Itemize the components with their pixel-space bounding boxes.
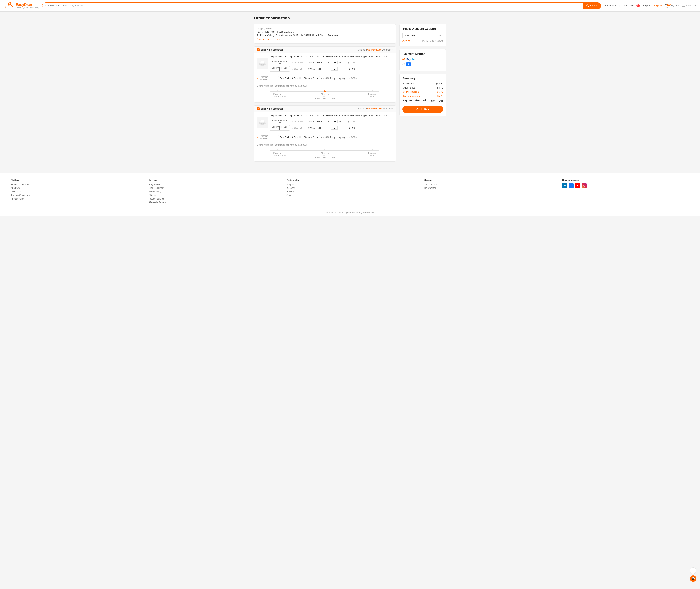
shipping-method-select-2[interactable]: EasyPack UK Electrified Standard A1 ▾ [278,135,320,140]
footer-link-integrations[interactable]: Integrations [149,183,276,186]
dispatch-dot-1 [324,90,326,92]
cart-badge: 99 [667,4,671,6]
footer-link-order-fulfilment[interactable]: Order Fulfilment [149,187,276,189]
svg-point-5 [666,7,666,7]
footer-link-emysale[interactable]: EmySale [286,190,414,193]
coupon-selector[interactable]: 10% OFF ▾ [402,33,443,38]
svg-line-1 [11,6,13,7]
timeline-payment-1: Payment Lead time 1~3 days [257,90,298,97]
supplier-icon-1: S [257,48,260,51]
notification-area[interactable]: 07 [637,4,640,7]
language-selector[interactable]: EN/USD ▾ [623,4,634,7]
our-service-link[interactable]: Our Service [604,4,616,7]
variant-row-2-1: Color: White, Size: L In Stock: 28 $7.55… [270,125,393,131]
qty-minus-2-0[interactable]: − [327,120,330,123]
qty-plus-2-1[interactable]: + [338,126,342,130]
variant-row-1-0: Color: Red, Size: M In Stock: 199 $27.55… [270,60,393,65]
search-button[interactable]: Search [583,2,601,9]
cart-area[interactable]: 99 My Cart [665,4,679,8]
svg-rect-8 [682,6,685,6]
linkedin-icon[interactable]: in [562,183,567,188]
footer-link-247-support[interactable]: 24/7 Support [424,183,551,186]
qty-minus-1-1[interactable]: − [327,67,330,71]
qty-control-1-0: − + [327,61,342,64]
discount-label: Discount coupon [402,94,420,97]
facebook-icon[interactable]: f [569,183,574,188]
delivery-label-2: Delivery timeline: Estimated delivery by… [257,144,393,146]
shipping-method-row-1: ★ Shipping methods: EasyPack UK Electrif… [254,74,396,83]
sign-up-link[interactable]: Sign up [643,4,651,7]
content-layout: Shipping address Lisa, (+1)1212121, lisa… [254,24,446,162]
received-dot-1 [372,90,373,92]
footer-link-product-categories[interactable]: Product Categories [11,183,138,186]
shipping-address-card: Shipping address Lisa, (+1)1212121, lisa… [254,24,396,43]
qty-plus-1-0[interactable]: + [338,61,342,64]
variant-tag-1-1: Color: White, Size: L [270,66,290,71]
coupon-title: Select Discount Coupon [402,27,443,30]
footer-link-warehousing[interactable]: Warehousing [149,190,276,193]
footer-link-after-sale[interactable]: After-sale Service [149,201,276,204]
instagram-icon[interactable]: ◎ [581,183,587,188]
paypal-text-2: Pal [412,58,415,61]
qty-minus-2-1[interactable]: − [327,126,330,130]
qty-input-2-1[interactable] [331,126,337,130]
paypal-radio [402,58,405,60]
svg-point-19 [263,123,264,124]
svg-point-2 [9,3,11,5]
list-icon [682,4,685,7]
alipay-option[interactable]: 支 [402,62,443,66]
footer-service-title: Service [149,179,276,181]
shipping-label: Shipping address [257,27,393,30]
go-to-pay-button[interactable]: Go to Pay [402,106,443,113]
delivery-row-2: Delivery timeline: Estimated delivery by… [254,142,396,150]
import-list-link[interactable]: Import List [682,4,696,7]
search-input[interactable] [42,4,583,7]
svg-point-13 [261,64,262,65]
product-fee-label: Product fee [402,82,414,85]
footer-link-help-center[interactable]: Help Center [424,187,551,189]
footer-link-xshoppy[interactable]: XShoppy [286,187,414,189]
add-address-link[interactable]: Add an address [267,38,282,40]
paypal-option[interactable]: PayPal [402,58,443,61]
footer-link-about-us[interactable]: About Us [11,187,138,189]
page-title: Order confirmation [254,16,446,20]
summary-rows: Product fee $54.00 Shipping fee $5.70 SV… [402,82,443,104]
stock-1-0: In Stock: 199 [292,61,306,63]
coupon-info-row: -$20.00 Expire to: 2021-09-21 [402,40,443,43]
qty-input-1-0[interactable] [331,61,337,64]
qty-plus-1-1[interactable]: + [338,67,342,71]
footer-link-terms[interactable]: Terms & Conditions [11,194,138,196]
qty-minus-1-0[interactable]: − [327,61,330,64]
qty-input-2-0[interactable] [331,120,337,123]
footer-link-shipping[interactable]: Shipping [149,194,276,196]
qty-plus-2-0[interactable]: + [338,120,342,123]
qty-input-1-1[interactable] [331,67,337,70]
sign-in-link[interactable]: Sign in [654,4,662,7]
youtube-icon[interactable]: ▶ [575,183,580,188]
product-title-2: Original XGIMI H2 Projector Home Theater… [270,114,393,117]
chevron-down-icon-shipping-1: ▾ [317,77,318,79]
shipping-fee-row: Shipping fee $5.70 [402,86,443,89]
svip-value: -$5.70 [436,90,443,93]
timeline-dispatch-2: Dispatch CN Shipping time 5~7 days [304,150,345,159]
product-row-2: Original XGIMI H2 Projector Home Theater… [254,112,396,133]
lead-time-1: Lead time 1~3 days [269,95,286,97]
lead-time-2: Lead time 1~3 days [269,154,286,156]
change-address-link[interactable]: Change [257,38,265,40]
shipping-cost-1: About 5~7 days, shipping cost: $7.55 [321,77,357,79]
footer-link-contact-us[interactable]: Contact Us [11,190,138,193]
footer-link-shopify[interactable]: Shopify [286,183,414,186]
variant-tag-2-1: Color: White, Size: L [270,125,290,131]
order-block-2: S Supply by EasyDser Ship from US wareho… [254,106,396,162]
footer-link-supplier[interactable]: Supplier [286,194,414,196]
variant-tag-1-0: Color: Red, Size: M [270,60,290,65]
shipping-time-2: Shipping time 5~7 days [314,156,335,159]
logo: à EasyDser Easy Sell, Easy Dropshipping [4,2,39,10]
received-dot-2 [372,150,373,151]
footer-link-product-service[interactable]: Product Service [149,198,276,200]
order-header-1: S Supply by EasyDser Ship from US wareho… [254,47,396,53]
shipping-method-select-1[interactable]: EasyPack UK Electrified Standard A1 ▾ [278,76,320,80]
alipay-radio [402,63,405,65]
footer-link-privacy[interactable]: Privacy Policy [11,198,138,200]
variant-row-2-0: Color: Red, Size: M In Stock: 199 $27.55… [270,119,393,124]
